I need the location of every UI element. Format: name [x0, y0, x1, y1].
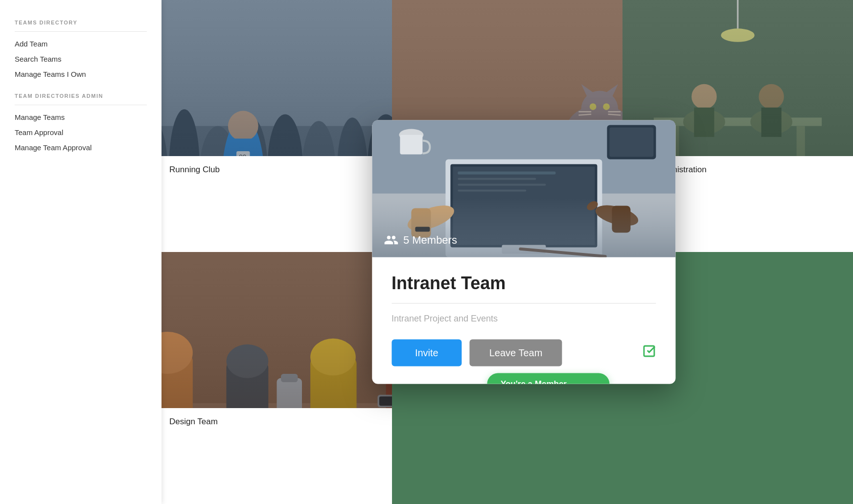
sidebar-section-title-1: TEAMS DIRECTORY	[15, 20, 147, 25]
modal-team-name: Intranet Team	[392, 273, 656, 294]
running-club-title: Running Club	[169, 165, 384, 175]
modal-actions: Invite Leave Team	[392, 340, 656, 367]
modal-members-badge: 5 Members	[384, 233, 457, 248]
team-modal: 5 Members Intranet Team Intranet Project…	[372, 120, 675, 384]
svg-rect-73	[458, 172, 555, 175]
team-card-running[interactable]: 99 Members Running Club	[161, 0, 392, 252]
svg-rect-89	[372, 199, 675, 257]
sidebar: TEAMS DIRECTORY Add Team Search Teams Ma…	[0, 0, 161, 504]
sidebar-link-manage-approval[interactable]: Manage Team Approval	[15, 143, 147, 152]
svg-rect-76	[458, 190, 526, 192]
modal-description: Intranet Project and Events	[392, 314, 656, 324]
modal-body-divider	[392, 303, 656, 304]
sidebar-link-manage-teams[interactable]: Manage Teams	[15, 113, 147, 121]
invite-button[interactable]: Invite	[392, 340, 462, 367]
member-check-icon	[642, 344, 656, 362]
svg-rect-90	[644, 346, 654, 356]
sidebar-divider-2	[15, 105, 147, 105]
sidebar-link-add-team[interactable]: Add Team	[15, 40, 147, 48]
members-people-icon	[384, 233, 398, 248]
check-square-member-icon	[642, 344, 656, 358]
modal-body: Intranet Team Intranet Project and Event…	[372, 257, 675, 384]
sidebar-link-manage-own[interactable]: Manage Teams I Own	[15, 70, 147, 78]
modal-hero: 5 Members	[372, 120, 675, 257]
svg-rect-75	[458, 184, 546, 186]
svg-rect-74	[458, 178, 536, 180]
svg-rect-86	[609, 128, 653, 157]
sidebar-divider-1	[15, 31, 147, 32]
sidebar-link-team-approval[interactable]: Team Approval	[15, 128, 147, 137]
svg-rect-84	[400, 135, 422, 155]
leave-team-button[interactable]: Leave Team	[470, 340, 562, 367]
sidebar-link-search-teams[interactable]: Search Teams	[15, 55, 147, 63]
sidebar-section-title-2: TEAM DIRECTORIES ADMIN	[15, 93, 147, 99]
sidebar-section-admin: TEAM DIRECTORIES ADMIN Manage Teams Team…	[15, 93, 147, 152]
team-card-design[interactable]: 12 Members Design Team	[161, 252, 392, 504]
members-count-label: 5 Members	[403, 234, 457, 247]
member-status-badge: You're a Member	[487, 373, 609, 384]
design-title: Design Team	[169, 417, 384, 427]
sidebar-section-teams-directory: TEAMS DIRECTORY Add Team Search Teams Ma…	[15, 20, 147, 78]
